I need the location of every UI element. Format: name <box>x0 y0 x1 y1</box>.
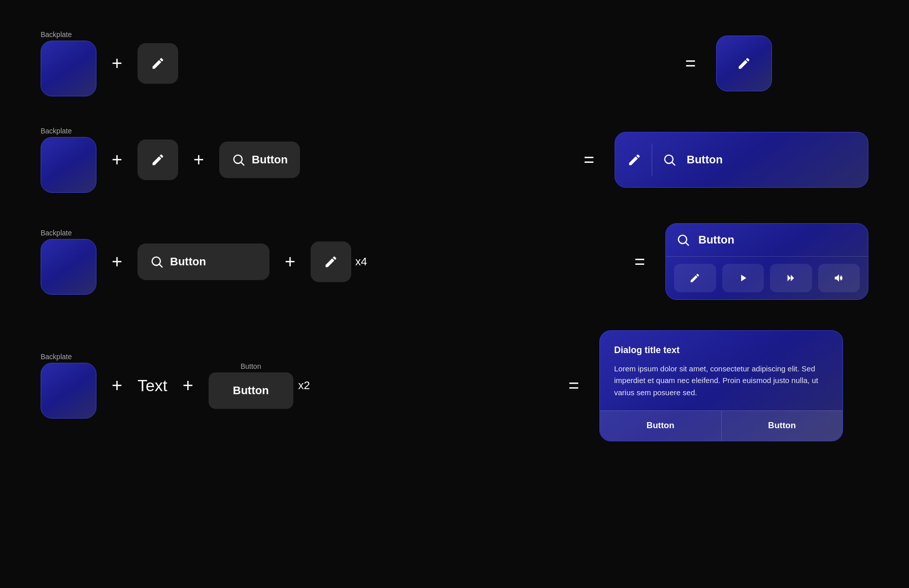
icon-btn-dark-2[interactable] <box>138 140 178 180</box>
operator-3-2: + <box>285 251 295 272</box>
multiplier-4: x2 <box>298 379 310 392</box>
result-btn-label-2: Button <box>687 153 723 166</box>
search-icon-3 <box>150 255 164 269</box>
dialog-buttons-4: Button Button <box>600 410 843 441</box>
equals-2: = <box>584 149 594 170</box>
dialog-body-4: Lorem ipsum dolor sit amet, consectetur … <box>614 363 828 398</box>
bottom-btn-volume-3[interactable] <box>818 264 860 292</box>
backplate-wrapper-4: Backplate <box>41 353 96 419</box>
backplate-label-4: Backplate <box>41 353 72 361</box>
dialog-btn-1-4[interactable]: Button <box>600 410 722 441</box>
text-component-4: Text <box>138 376 167 395</box>
result-stacked-card-3: Button <box>665 223 868 300</box>
backplate-square-1 <box>41 41 96 96</box>
icon-btn-dark-3[interactable] <box>311 241 351 282</box>
result-wide-btn-2[interactable]: Button <box>615 132 868 188</box>
edit-icon-1 <box>151 56 165 71</box>
equals-4: = <box>568 375 579 396</box>
forward-icon-bottom-3 <box>785 272 796 284</box>
dialog-title-4: Dialog title text <box>614 345 828 356</box>
volume-icon-bottom-3 <box>833 272 845 284</box>
edit-icon-result-2 <box>627 153 642 167</box>
edit-icon-3 <box>324 255 338 269</box>
operator-1-1: + <box>112 53 122 74</box>
btn-multiplier-4: Button Button x2 <box>209 362 310 409</box>
search-btn-dark-2[interactable]: Button <box>219 142 300 178</box>
search-icon-stacked-3 <box>676 233 690 247</box>
edit-icon-result-1 <box>737 56 751 71</box>
backplate-square-3 <box>41 239 96 295</box>
icon-btn-dark-1[interactable] <box>138 43 178 84</box>
svg-point-0 <box>234 155 242 163</box>
operator-4-1: + <box>112 375 122 396</box>
edit-icon-2 <box>151 153 165 167</box>
backplate-square-4 <box>41 363 96 419</box>
backplate-label-2: Backplate <box>41 127 72 135</box>
equals-3: = <box>634 251 645 272</box>
backplate-wrapper-1: Backplate <box>41 30 96 96</box>
backplate-wrapper-2: Backplate <box>41 127 96 193</box>
result-icon-btn-blue-1[interactable] <box>716 36 772 91</box>
bottom-btn-edit-3[interactable] <box>674 264 716 292</box>
operator-2-2: + <box>193 149 204 170</box>
stacked-bottom-row-3 <box>666 257 868 299</box>
backplate-wrapper-3: Backplate <box>41 229 96 295</box>
divider-vertical-2 <box>652 144 652 177</box>
search-icon-2 <box>231 153 246 167</box>
operator-3-1: + <box>112 251 122 272</box>
search-btn-label-2: Button <box>252 153 288 166</box>
row-2: Backplate + + Button = <box>41 127 868 193</box>
backplate-label-1: Backplate <box>41 30 72 39</box>
svg-point-3 <box>679 235 687 244</box>
btn-label-wrapper-4: Button Button <box>209 362 293 409</box>
icon-btn-multiplier-3: x4 <box>311 241 367 282</box>
stacked-top-row-3: Button <box>666 224 868 257</box>
text-btn-dark-4[interactable]: Button <box>209 372 293 409</box>
multiplier-3: x4 <box>355 255 367 268</box>
result-dialog-card-4: Dialog title text Lorem ipsum dolor sit … <box>599 330 843 441</box>
dialog-btn-2-4[interactable]: Button <box>722 410 843 441</box>
equals-1: = <box>685 53 696 74</box>
page-container: Backplate + = Backplate + <box>0 0 909 472</box>
operator-4-2: + <box>183 375 193 396</box>
svg-point-1 <box>665 155 673 163</box>
row-4: Backplate + Text + Button Button x2 = Di… <box>41 330 868 441</box>
row-1: Backplate + = <box>41 30 868 96</box>
btn-above-label-4: Button <box>241 362 261 370</box>
bottom-btn-forward-3[interactable] <box>770 264 812 292</box>
search-icon-result-2 <box>662 153 677 167</box>
search-btn-label-3: Button <box>170 255 206 268</box>
text-btn-label-4: Button <box>233 384 269 397</box>
svg-point-2 <box>152 257 160 265</box>
search-btn-dark-3[interactable]: Button <box>138 244 270 280</box>
edit-icon-bottom-3 <box>689 272 700 284</box>
backplate-label-3: Backplate <box>41 229 72 237</box>
bottom-btn-play-3[interactable] <box>722 264 764 292</box>
row-3: Backplate + Button + x4 = <box>41 223 868 300</box>
stacked-btn-label-3: Button <box>698 233 734 247</box>
backplate-square-2 <box>41 137 96 193</box>
play-icon-bottom-3 <box>737 272 749 284</box>
operator-2-1: + <box>112 149 122 170</box>
